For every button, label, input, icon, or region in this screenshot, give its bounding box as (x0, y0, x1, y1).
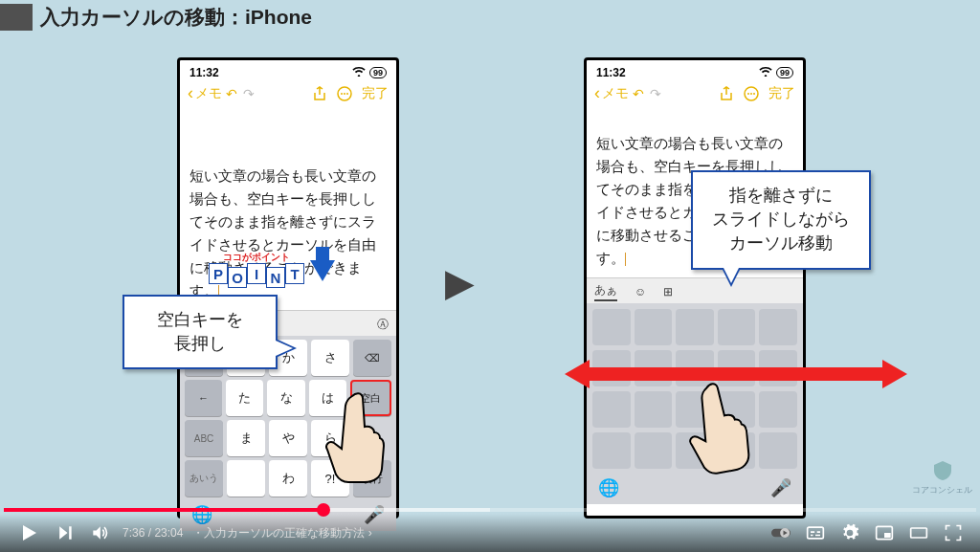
key-left: ← (185, 380, 222, 416)
callout-slide: 指を離さずにスライドしながらカーソル移動 (691, 170, 871, 270)
share-icon (719, 86, 734, 101)
volume-button[interactable] (82, 523, 117, 542)
theater-button[interactable] (902, 523, 936, 542)
svg-point-7 (753, 93, 755, 95)
svg-rect-10 (808, 527, 824, 539)
key-ta: た (226, 380, 263, 416)
callout-longpress: 空白キーを長押し (122, 295, 278, 369)
status-time: 11:32 (189, 66, 219, 79)
text-cursor (625, 253, 626, 266)
point-badge: ココがポイント P O I N T (209, 251, 304, 286)
play-button[interactable] (10, 521, 48, 544)
chapter-title[interactable]: ・入力カーソルの正確な移動方法 › (189, 525, 371, 541)
next-button[interactable] (48, 523, 82, 542)
redo-icon: ↷ (241, 86, 256, 101)
back-chevron-icon: ‹ (594, 83, 600, 103)
battery-badge: 99 (369, 67, 387, 78)
svg-point-6 (750, 93, 752, 95)
keyboard-bottom: 🌐 🎤 (587, 475, 803, 504)
svg-point-2 (344, 93, 345, 95)
notes-nav: ‹ メモ ↶ ↷ 完了 (587, 81, 803, 107)
key-wa: わ (269, 460, 307, 497)
notes-nav: ‹ メモ ↶ ↷ 完了 (180, 81, 396, 107)
mic-icon: 🎤 (770, 477, 791, 498)
status-bar: 11:32 99 (180, 60, 396, 81)
key-abc: ABC (185, 420, 223, 456)
kb-sel-grid-icon: ⊞ (663, 285, 673, 298)
point-letter: I (247, 263, 266, 284)
arrow-separator-icon: ▶ (445, 260, 475, 304)
key-na: な (267, 380, 304, 416)
undo-icon: ↶ (631, 86, 646, 101)
progress-played (4, 508, 323, 512)
point-letter: O (228, 267, 247, 288)
keyboard-selector: あぁ ☺ ⊞ (587, 277, 803, 303)
fullscreen-button[interactable] (936, 523, 970, 542)
back-chevron-icon: ‹ (188, 83, 193, 103)
channel-watermark[interactable]: コアコンシェル (912, 459, 972, 497)
subtitles-button[interactable] (798, 523, 833, 542)
autoplay-toggle[interactable] (764, 523, 798, 542)
key-sa: さ (311, 340, 349, 376)
key-sm (227, 460, 265, 497)
miniplayer-button[interactable] (867, 523, 902, 542)
battery-badge: 99 (776, 67, 793, 78)
chevron-right-icon: › (368, 526, 372, 540)
undo-icon: ↶ (224, 86, 239, 101)
slide-title: 入力カーソルの移動：iPhone (33, 4, 312, 31)
done-label: 完了 (362, 85, 389, 102)
more-icon (337, 86, 352, 101)
svg-point-5 (747, 93, 749, 95)
key-ya: や (269, 420, 307, 456)
share-icon (312, 86, 327, 101)
wifi-icon (759, 66, 772, 79)
settings-button[interactable] (833, 523, 867, 542)
key-delete: ⌫ (353, 340, 391, 376)
note-text: 短い文章の場合も長い文章の場合も、空白キーを長押ししてそのまま指を離さずにスライ… (180, 165, 396, 310)
point-letter: T (285, 263, 304, 284)
time-display: 7:36 / 23:04 (117, 526, 189, 540)
title-decor (0, 4, 33, 31)
player-controls: 7:36 / 23:04 ・入力カーソルの正確な移動方法 › (0, 514, 980, 552)
back-label: メモ (195, 85, 222, 102)
key-aiu: あいう (185, 460, 223, 497)
done-label: 完了 (768, 85, 795, 102)
point-letter: P (209, 263, 228, 284)
svg-point-1 (341, 93, 343, 95)
kb-sel-emoji-icon: ☺ (635, 285, 646, 298)
point-letter: N (266, 267, 285, 288)
blue-down-arrow-icon (310, 260, 335, 281)
more-icon (744, 86, 759, 101)
progress-bar[interactable] (4, 508, 976, 512)
finger-icon (325, 390, 385, 484)
wifi-icon (352, 66, 366, 79)
status-bar: 11:32 99 (587, 60, 803, 81)
status-time: 11:32 (596, 66, 626, 79)
kb-sel-power-icon: Ⓐ (377, 317, 389, 333)
back-label: メモ (602, 85, 629, 102)
slide-title-bar: 入力カーソルの移動：iPhone (0, 4, 312, 31)
kb-sel-kana: あぁ (594, 282, 617, 301)
svg-point-3 (346, 93, 348, 95)
globe-icon: 🌐 (598, 477, 619, 498)
redo-icon: ↷ (648, 86, 663, 101)
key-ma: ま (227, 420, 265, 456)
svg-rect-12 (884, 533, 891, 538)
svg-rect-13 (911, 528, 927, 538)
